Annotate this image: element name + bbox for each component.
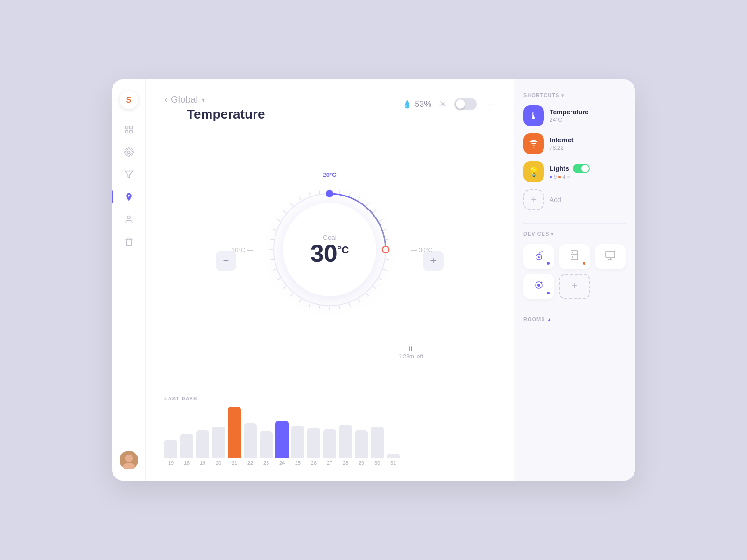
svg-point-47 <box>382 246 389 253</box>
dot-purple <box>550 176 552 178</box>
device-vacuum[interactable] <box>523 244 554 269</box>
svg-line-45 <box>319 189 319 193</box>
svg-rect-2 <box>125 131 128 133</box>
chart-bar[interactable] <box>387 454 400 458</box>
svg-line-15 <box>373 210 376 213</box>
chart-bar[interactable] <box>212 427 225 458</box>
chart-bar-item: 18 <box>180 434 193 466</box>
device-monitor[interactable] <box>595 244 626 269</box>
chart-bar-item: 22 <box>244 423 257 466</box>
dot-orange <box>558 176 561 178</box>
sidebar-item-person[interactable] <box>120 210 138 229</box>
sidebar-item-grid[interactable] <box>120 120 138 139</box>
shortcuts-title: SHORTCUTS ▾ <box>523 92 626 98</box>
chart-bar-label: 19 <box>200 460 205 466</box>
chart-bar-label: 22 <box>247 460 253 466</box>
svg-line-38 <box>270 239 274 239</box>
dial-left-label: 10°C — <box>232 246 253 253</box>
chart-bar-item: 26 <box>307 428 320 466</box>
svg-rect-1 <box>129 126 132 129</box>
page-title: Temperature <box>187 107 265 122</box>
decrease-button[interactable]: − <box>216 251 236 271</box>
rooms-title: ROOMS ▲ <box>523 316 626 322</box>
device-fridge[interactable] <box>559 244 590 269</box>
chart-bar-label: 18 <box>184 460 190 466</box>
back-button[interactable]: ‹ <box>164 95 167 105</box>
main-content: ‹ Global ▾ Temperature 💧 53% ✳ ··· − <box>146 79 514 481</box>
chart-bar[interactable] <box>291 426 304 458</box>
svg-line-44 <box>309 192 310 196</box>
sidebar-logo[interactable]: S <box>120 91 138 109</box>
svg-line-11 <box>339 189 340 193</box>
chart-bar[interactable] <box>323 429 336 458</box>
chart-bar[interactable] <box>307 428 320 458</box>
chart-bar-item: 29 <box>355 430 368 466</box>
chart-bar[interactable] <box>196 430 209 458</box>
chart-bar-label: 25 <box>295 460 301 466</box>
monitor-icon <box>605 250 616 264</box>
svg-line-40 <box>277 219 280 221</box>
chart-bar-label: 28 <box>343 460 348 466</box>
chart-bar[interactable] <box>275 421 289 458</box>
sidebar-item-filter[interactable] <box>120 165 138 184</box>
shortcut-lights[interactable]: 💡 Lights 9 4 <box>523 161 626 182</box>
svg-point-61 <box>537 284 540 287</box>
svg-line-13 <box>358 197 360 200</box>
more-button[interactable]: ··· <box>484 99 495 110</box>
svg-line-29 <box>319 306 319 309</box>
chart-bar[interactable] <box>164 440 177 458</box>
chart-bar[interactable] <box>339 425 352 458</box>
shortcut-internet[interactable]: Internet 78,22 <box>523 133 626 154</box>
time-left: 1:23m left <box>398 353 423 360</box>
sidebar-item-trash[interactable] <box>120 232 138 251</box>
svg-point-62 <box>541 282 543 283</box>
shortcut-temperature[interactable]: 🌡 Temperature 24°C <box>523 105 626 126</box>
svg-point-48 <box>326 190 333 197</box>
humidity-value: 53% <box>415 99 431 109</box>
header: ‹ Global ▾ Temperature 💧 53% ✳ ··· <box>164 94 495 122</box>
devices-title: DEVICES ▾ <box>523 231 626 237</box>
chart-bars: 191819202122232425262728293031 <box>164 407 495 466</box>
lights-toggle[interactable] <box>573 164 590 173</box>
chart-bar[interactable] <box>260 431 273 458</box>
internet-shortcut-icon <box>523 133 544 154</box>
svg-line-30 <box>309 303 310 307</box>
svg-line-32 <box>290 293 293 296</box>
svg-line-26 <box>349 303 351 307</box>
add-shortcut-icon: + <box>523 189 544 210</box>
chart-bar-label: 26 <box>311 460 317 466</box>
chart-bar[interactable] <box>244 423 257 458</box>
svg-marker-5 <box>125 171 133 178</box>
chart-bar-label: 20 <box>216 460 221 466</box>
svg-line-22 <box>379 278 382 280</box>
pause-icon[interactable]: ⏸ <box>398 345 423 352</box>
chart-bar-label: 19 <box>168 460 174 466</box>
temperature-shortcut-icon: 🌡 <box>523 105 544 126</box>
chart-bar[interactable] <box>371 427 384 458</box>
svg-rect-57 <box>606 251 615 258</box>
chart-bar[interactable] <box>228 407 241 458</box>
svg-line-23 <box>373 286 376 288</box>
sidebar-item-location[interactable] <box>120 188 138 206</box>
sidebar: S <box>112 79 146 481</box>
sidebar-item-settings[interactable] <box>120 143 138 161</box>
main-toggle[interactable] <box>454 98 477 110</box>
add-shortcut-button[interactable]: + Add <box>523 189 626 210</box>
chart-bar-item: 20 <box>212 427 225 466</box>
increase-button[interactable]: + <box>423 251 444 271</box>
svg-line-41 <box>283 210 286 213</box>
svg-point-52 <box>538 256 540 258</box>
chart-bar[interactable] <box>180 434 193 458</box>
chart-bar[interactable] <box>355 430 368 458</box>
header-controls: 💧 53% ✳ ··· <box>402 98 495 110</box>
chart-bar-label: 27 <box>327 460 332 466</box>
user-avatar[interactable] <box>120 451 138 469</box>
shortcut-lights-name: Lights <box>550 165 569 172</box>
device-dot-camera <box>547 292 550 294</box>
rooms-section: ROOMS ▲ <box>523 316 626 322</box>
fan-icon[interactable]: ✳ <box>439 98 447 110</box>
device-camera[interactable] <box>523 274 554 299</box>
vacuum-icon <box>533 250 544 264</box>
add-device-button[interactable]: + <box>559 274 590 299</box>
chart-bar-label: 24 <box>279 460 285 466</box>
